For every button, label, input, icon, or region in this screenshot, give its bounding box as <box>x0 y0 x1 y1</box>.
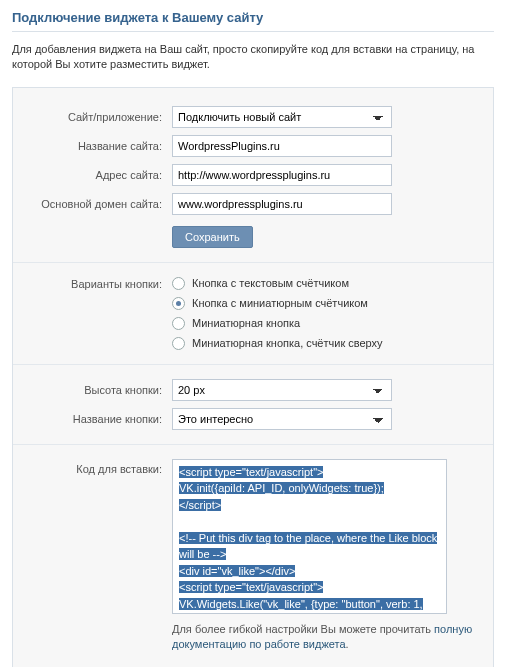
button-name-select[interactable]: Это интересно <box>172 408 392 430</box>
radio-option[interactable]: Миниатюрная кнопка <box>172 317 479 330</box>
page-title: Подключение виджета к Вашему сайту <box>12 10 494 32</box>
code-label: Код для вставки: <box>27 459 172 475</box>
radio-label: Миниатюрная кнопка, счётчик сверху <box>192 337 383 349</box>
radio-icon <box>172 277 185 290</box>
radio-icon <box>172 317 185 330</box>
radio-option[interactable]: Кнопка с миниатюрным счётчиком <box>172 297 479 310</box>
button-name-label: Название кнопки: <box>27 413 172 425</box>
save-button[interactable]: Сохранить <box>172 226 253 248</box>
radio-icon <box>172 337 185 350</box>
site-name-input[interactable] <box>172 135 392 157</box>
code-textarea[interactable]: <script type="text/javascript"> VK.init(… <box>172 459 447 614</box>
radio-icon <box>172 297 185 310</box>
intro-text: Для добавления виджета на Ваш сайт, прос… <box>12 42 494 73</box>
site-app-select[interactable]: Подключить новый сайт <box>172 106 392 128</box>
site-app-label: Сайт/приложение: <box>27 111 172 123</box>
settings-panel: Сайт/приложение: Подключить новый сайт Н… <box>12 87 494 667</box>
hint-text: Для более гибкой настройки Вы можете про… <box>172 622 479 653</box>
radio-label: Кнопка с текстовым счётчиком <box>192 277 349 289</box>
site-domain-label: Основной домен сайта: <box>27 198 172 210</box>
radio-option[interactable]: Кнопка с текстовым счётчиком <box>172 277 479 290</box>
radio-label: Миниатюрная кнопка <box>192 317 300 329</box>
variants-radio-group: Кнопка с текстовым счётчикомКнопка с мин… <box>172 277 479 350</box>
divider <box>13 364 493 365</box>
variants-label: Варианты кнопки: <box>27 277 172 290</box>
radio-label: Кнопка с миниатюрным счётчиком <box>192 297 368 309</box>
site-domain-input[interactable] <box>172 193 392 215</box>
site-url-label: Адрес сайта: <box>27 169 172 181</box>
height-label: Высота кнопки: <box>27 384 172 396</box>
divider <box>13 262 493 263</box>
radio-option[interactable]: Миниатюрная кнопка, счётчик сверху <box>172 337 479 350</box>
height-select[interactable]: 20 px <box>172 379 392 401</box>
site-url-input[interactable] <box>172 164 392 186</box>
divider <box>13 444 493 445</box>
site-name-label: Название сайта: <box>27 140 172 152</box>
